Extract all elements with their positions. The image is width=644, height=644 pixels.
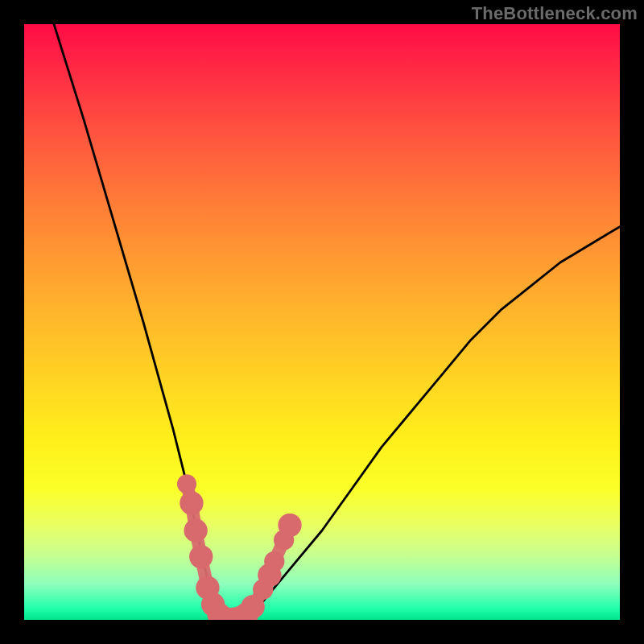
marker-dot <box>189 545 213 568</box>
curve-layer <box>54 24 620 620</box>
watermark-text: TheBottleneck.com <box>472 3 638 24</box>
chart-frame: TheBottleneck.com <box>0 0 644 644</box>
chart-svg <box>24 24 620 620</box>
marker-dot <box>177 474 196 493</box>
marker-dot <box>180 491 203 514</box>
bottleneck-curve <box>54 24 620 620</box>
marker-layer <box>177 474 302 620</box>
marker-dot <box>264 551 284 572</box>
chart-plot-area <box>24 24 620 620</box>
marker-dot <box>184 518 207 542</box>
marker-dot <box>278 514 301 537</box>
